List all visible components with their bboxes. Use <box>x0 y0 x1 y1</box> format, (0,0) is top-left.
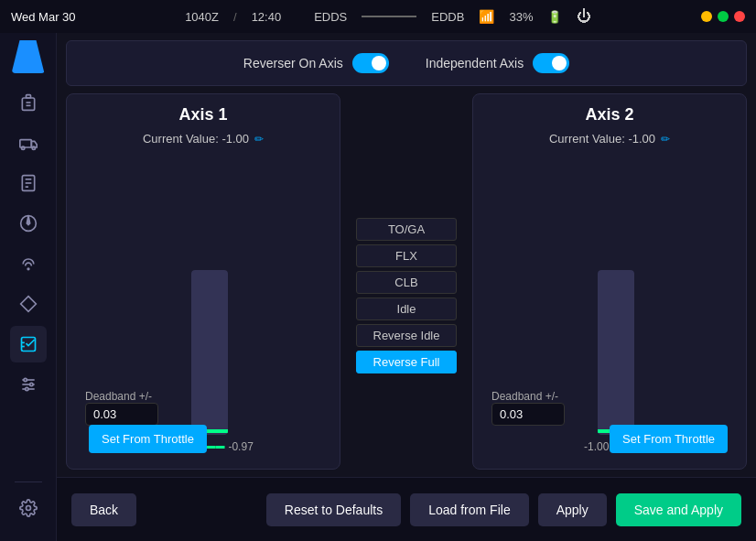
svg-rect-4 <box>19 140 30 147</box>
title-bar: Wed Mar 30 1040Z / 12:40 EDDS EDDB 📶 33%… <box>0 0 756 33</box>
sidebar-item-truck[interactable] <box>10 124 47 161</box>
sidebar <box>0 33 57 541</box>
axis1-value-right: -0.97 <box>228 440 253 453</box>
independent-toggle-group: Independent Axis <box>426 53 569 73</box>
axis2-deadband-section: Deadband +/- <box>491 390 565 426</box>
svg-point-22 <box>29 383 32 385</box>
axis2-current: Current Value: -1.00 ✏ <box>549 132 670 146</box>
title-airport2: EDDB <box>431 10 464 24</box>
axis1-title: Axis 1 <box>178 105 227 124</box>
sidebar-settings[interactable] <box>10 490 47 526</box>
sidebar-item-checklist[interactable] <box>10 326 47 362</box>
axis2-deadband-label: Deadband +/- <box>491 390 565 403</box>
apply-button[interactable]: Apply <box>538 493 607 526</box>
svg-point-23 <box>25 387 27 390</box>
title-airport1: EDDS <box>314 10 347 24</box>
axis1-bar-fill <box>191 270 228 435</box>
maximize-button[interactable] <box>718 11 729 22</box>
reset-button[interactable]: Reset to Defaults <box>266 493 401 526</box>
sidebar-item-clipboard[interactable] <box>10 84 47 121</box>
svg-rect-15 <box>21 338 35 352</box>
main-content: Reverser On Axis Independent Axis Axis 1… <box>57 33 756 541</box>
axis1-panel: Axis 1 Current Value: -1.00 ✏ Deadband +… <box>66 93 340 470</box>
title-date: Wed Mar 30 <box>11 10 76 24</box>
axis1-current: Current Value: -1.00 ✏ <box>143 132 264 146</box>
axis1-edit-icon[interactable]: ✏ <box>254 133 264 146</box>
axis1-set-throttle-btn[interactable]: Set From Throttle <box>89 425 207 453</box>
svg-point-21 <box>24 378 27 381</box>
sidebar-item-calculator[interactable] <box>10 165 47 201</box>
title-time-local: 12:40 <box>252 10 282 24</box>
reverser-label: Reverser On Axis <box>243 56 343 70</box>
axis1-deadband-label: Deadband +/- <box>85 390 158 403</box>
axis1-deadband-section: Deadband +/- <box>85 390 158 426</box>
center-label-idle[interactable]: Idle <box>356 298 457 320</box>
sidebar-item-signal[interactable] <box>10 245 47 282</box>
axis2-deadband-input[interactable] <box>491 403 565 426</box>
window-controls <box>701 11 745 22</box>
sidebar-divider <box>15 481 42 482</box>
svg-point-24 <box>26 506 30 511</box>
svg-point-6 <box>32 146 35 149</box>
sidebar-item-compass[interactable] <box>10 205 47 242</box>
battery-pct: 33% <box>509 10 533 24</box>
airport-line <box>362 16 416 17</box>
close-button[interactable] <box>734 11 745 22</box>
load-button[interactable]: Load from File <box>410 493 528 526</box>
reverser-knob <box>372 56 386 70</box>
axis2-panel: Axis 2 Current Value: -1.00 ✏ Deadband +… <box>472 93 747 470</box>
title-time-z: 1040Z <box>185 10 219 24</box>
wifi-icon: 📶 <box>479 9 494 24</box>
axis1-bar-indicator: ▬▬ <box>206 440 224 453</box>
svg-marker-14 <box>20 297 36 312</box>
independent-label: Independent Axis <box>426 56 524 70</box>
sidebar-item-sliders[interactable] <box>10 366 47 403</box>
axis2-value-left: -1.00 <box>584 440 609 453</box>
back-button[interactable]: Back <box>71 493 136 526</box>
save-button[interactable]: Save and Apply <box>616 493 741 526</box>
independent-toggle[interactable] <box>533 53 569 73</box>
axis2-edit-icon[interactable]: ✏ <box>661 133 670 146</box>
bottom-bar: Back Reset to Defaults Load from File Ap… <box>57 477 756 541</box>
power-icon: ⏻ <box>577 8 591 25</box>
title-center: 1040Z / 12:40 EDDS EDDB 📶 33% 🔋 ⏻ <box>185 8 591 25</box>
axis2-bar-container <box>598 270 634 435</box>
sidebar-item-diamond[interactable] <box>10 286 47 322</box>
title-sep: / <box>233 10 237 24</box>
center-label-toga[interactable]: TO/GA <box>356 218 457 241</box>
battery-icon: 🔋 <box>547 10 562 24</box>
axis1-deadband-input[interactable] <box>85 403 158 426</box>
axis2-set-throttle-btn[interactable]: Set From Throttle <box>610 425 728 453</box>
center-labels-panel: TO/GA FLX CLB Idle Reverse Idle Reverse … <box>351 93 461 470</box>
center-label-flx[interactable]: FLX <box>356 244 457 267</box>
independent-knob <box>552 56 567 70</box>
axis2-title: Axis 2 <box>585 105 633 124</box>
center-label-clb[interactable]: CLB <box>356 271 457 294</box>
svg-rect-1 <box>22 98 34 110</box>
toggle-bar: Reverser On Axis Independent Axis <box>66 40 747 86</box>
reverser-toggle-group: Reverser On Axis <box>243 53 389 73</box>
svg-point-13 <box>27 268 29 270</box>
axis1-bar-container <box>191 270 228 435</box>
center-label-reverse-full[interactable]: Reverse Full <box>356 351 457 373</box>
minimize-button[interactable] <box>701 11 712 22</box>
center-label-reverse-idle[interactable]: Reverse Idle <box>356 324 457 347</box>
svg-marker-12 <box>27 216 29 225</box>
reverser-toggle[interactable] <box>352 53 389 73</box>
app-logo <box>12 40 45 73</box>
axes-area: Axis 1 Current Value: -1.00 ✏ Deadband +… <box>57 86 756 477</box>
svg-point-5 <box>21 146 24 149</box>
axis2-bar-fill <box>598 270 634 435</box>
